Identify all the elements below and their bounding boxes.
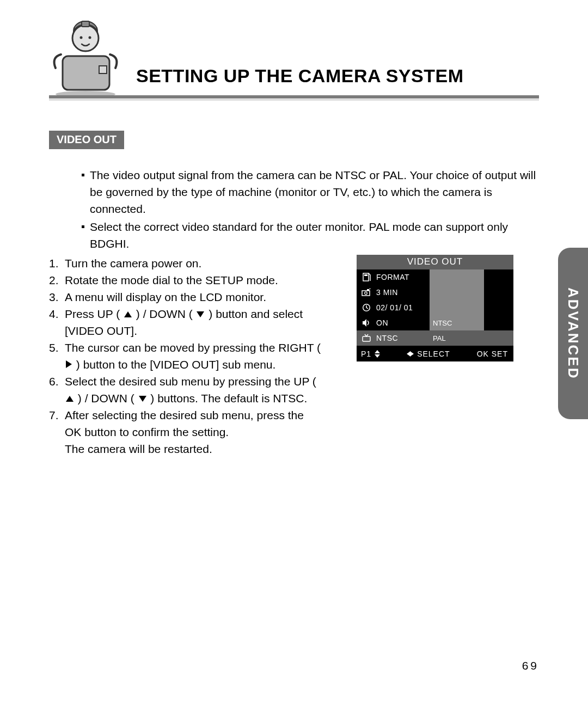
- lcd-footer-select: SELECT: [417, 350, 450, 358]
- down-arrow-icon: [197, 311, 204, 317]
- lcd-sub: [430, 300, 484, 315]
- page-header: SETTING UP THE CAMERA SYSTEM: [49, 16, 539, 101]
- lcd-row: 02/ 01/ 01: [357, 300, 513, 315]
- svg-rect-11: [367, 289, 369, 291]
- lcd-label: NTSC: [376, 334, 430, 342]
- title-rule-thin: [49, 100, 539, 100]
- page-title: SETTING UP THE CAMERA SYSTEM: [136, 65, 464, 87]
- step-item: 6. Select the desired sub menu by pressi…: [49, 373, 321, 407]
- lcd-sub: [430, 269, 484, 285]
- step-text: ) button to the [VIDEO OUT] sub menu.: [76, 358, 276, 371]
- mascot-illustration: [49, 14, 122, 98]
- up-down-icon: [375, 350, 380, 358]
- lcd-footer-page: P1: [361, 350, 371, 358]
- section-heading: VIDEO OUT: [49, 131, 124, 149]
- lcd-label: 3 MIN: [376, 288, 430, 297]
- svg-rect-9: [362, 291, 370, 296]
- lcd-row: 3 MIN: [357, 285, 513, 300]
- svg-rect-8: [364, 274, 367, 276]
- step-text: Select the desired sub menu by pressing …: [65, 375, 316, 388]
- clock-icon: [357, 303, 376, 312]
- camera-icon: [357, 289, 376, 296]
- step-text: Press UP (: [65, 308, 120, 320]
- lcd-row-selected: NTSC PAL: [357, 330, 513, 346]
- lcd-sub: NTSC: [430, 315, 484, 330]
- svg-point-5: [80, 36, 83, 39]
- right-arrow-icon: [66, 360, 72, 368]
- step-item: 3.A menu will display on the LCD monitor…: [49, 289, 321, 305]
- intro-bullet: The video output signal from the camera …: [82, 167, 539, 217]
- up-arrow-icon: [66, 396, 74, 402]
- step-text: ) / DOWN (: [136, 308, 193, 320]
- title-rule: [49, 95, 539, 99]
- down-arrow-icon: [139, 396, 146, 402]
- lcd-footer-ok: OK SET: [477, 350, 508, 358]
- left-right-icon: [407, 351, 414, 357]
- step-item: 1.Turn the camera power on.: [49, 255, 321, 272]
- lcd-label: FORMAT: [376, 273, 430, 281]
- steps-list: 1.Turn the camera power on. 2.Rotate the…: [49, 255, 321, 457]
- lcd-menu-illustration: VIDEO OUT FORMAT 3 MIN 02/ 01/ 01: [357, 255, 513, 361]
- up-arrow-icon: [124, 311, 132, 317]
- intro-bullet: Select the correct video standard for th…: [82, 218, 539, 252]
- lcd-sub: [430, 285, 484, 300]
- speaker-icon: [357, 318, 376, 327]
- intro-bullets: The video output signal from the camera …: [60, 167, 539, 253]
- card-icon: [357, 272, 376, 282]
- svg-rect-4: [82, 21, 89, 27]
- step-item: 2.Rotate the mode dial to the SETUP mode…: [49, 272, 321, 289]
- lcd-row: FORMAT: [357, 269, 513, 285]
- lcd-title: VIDEO OUT: [357, 255, 513, 269]
- step-item: 4. Press UP ( ) / DOWN ( ) button and se…: [49, 305, 321, 339]
- side-tab-advanced: ADVANCED: [558, 248, 588, 419]
- step-item: 7.After selecting the desired sub menu, …: [49, 407, 321, 457]
- svg-rect-13: [363, 336, 370, 341]
- step-text: ) buttons. The default is NTSC.: [150, 392, 307, 404]
- lcd-label: 02/ 01/ 01: [376, 303, 430, 312]
- lcd-sub-selected: PAL: [430, 330, 484, 346]
- svg-point-3: [72, 25, 99, 51]
- step-item: 5. The cursor can be moved by pressing t…: [49, 339, 321, 373]
- svg-point-10: [365, 292, 367, 295]
- lcd-footer: P1 SELECT OK SET: [357, 346, 513, 361]
- lcd-label: ON: [376, 318, 430, 327]
- lcd-row: ON NTSC: [357, 315, 513, 330]
- step-text: ) / DOWN (: [78, 392, 134, 404]
- svg-point-6: [89, 36, 91, 39]
- svg-rect-2: [99, 66, 107, 73]
- page-number: 69: [522, 659, 539, 672]
- tv-icon: [357, 334, 376, 342]
- step-text: The cursor can be moved by pressing the …: [65, 341, 321, 354]
